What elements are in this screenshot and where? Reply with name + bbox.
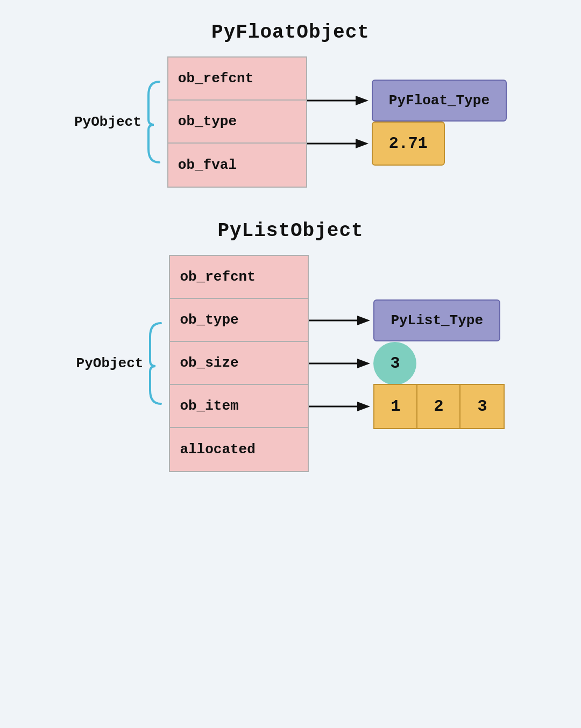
list-struct-wrapper: ob_refcnt ob_type ob_size ob_item alloca… [169, 255, 309, 472]
float-section: PyFloatObject PyObject ob_refcnt ob_type [0, 22, 581, 188]
list-item-cell-1: 2 [417, 385, 460, 428]
list-item-arrow-icon [309, 398, 373, 415]
list-allocated-spacer [309, 428, 505, 471]
float-row-ob_fval: ob_fval [168, 144, 306, 187]
list-row-ob_size: ob_size [170, 342, 308, 385]
list-type-box: PyList_Type [373, 299, 500, 341]
float-type-arrow-row: PyFloat_Type [307, 79, 507, 122]
list-size-arrow-icon [309, 355, 373, 372]
list-struct-box: ob_refcnt ob_type ob_size ob_item alloca… [169, 255, 309, 472]
float-body: PyObject ob_refcnt ob_type ob_fval [74, 56, 507, 188]
float-fval-box: 2.71 [372, 122, 445, 166]
list-item-arrow-row: 1 2 3 [309, 385, 505, 428]
float-type-arrow-icon [307, 92, 372, 109]
diagram-container: PyFloatObject PyObject ob_refcnt ob_type [0, 22, 581, 472]
list-section: PyListObject PyObject ob_refcnt ob_type [0, 220, 581, 472]
list-row-allocated: allocated [170, 428, 308, 471]
list-pyobject-brace-group: PyObject [76, 320, 164, 406]
list-type-arrow-row: PyList_Type [309, 299, 505, 342]
float-row-ob_refcnt: ob_refcnt [168, 58, 306, 101]
float-title: PyFloatObject [211, 22, 370, 44]
list-item-cell-0: 1 [374, 385, 417, 428]
float-fval-arrow-icon [307, 135, 372, 152]
float-fval-arrow-row: 2.71 [307, 122, 507, 165]
list-item-array: 1 2 3 [373, 384, 505, 429]
list-pyobject-label: PyObject [76, 355, 144, 372]
float-pyobject-label: PyObject [74, 114, 141, 130]
list-size-circle: 3 [373, 342, 416, 385]
list-item-cell-2: 3 [460, 385, 504, 428]
float-right-col: PyFloat_Type 2.71 [307, 79, 507, 165]
list-type-arrow-icon [309, 312, 373, 329]
float-struct-wrapper: ob_refcnt ob_type ob_fval [167, 56, 307, 188]
float-row-ob_type: ob_type [168, 101, 306, 144]
float-struct-box: ob_refcnt ob_type ob_fval [167, 56, 307, 188]
list-refcnt-spacer [309, 256, 505, 299]
list-row-ob_refcnt: ob_refcnt [170, 256, 308, 299]
list-right-col: PyList_Type 3 [309, 256, 505, 471]
float-brace-icon [146, 79, 162, 165]
float-type-box: PyFloat_Type [372, 80, 507, 122]
list-row-ob_item: ob_item [170, 385, 308, 428]
list-row-ob_type: ob_type [170, 299, 308, 342]
list-size-arrow-row: 3 [309, 342, 505, 385]
list-body: PyObject ob_refcnt ob_type ob_size [76, 255, 505, 472]
list-brace-icon [147, 320, 164, 406]
float-pyobject-brace-group: PyObject [74, 79, 162, 165]
list-title: PyListObject [217, 220, 363, 242]
